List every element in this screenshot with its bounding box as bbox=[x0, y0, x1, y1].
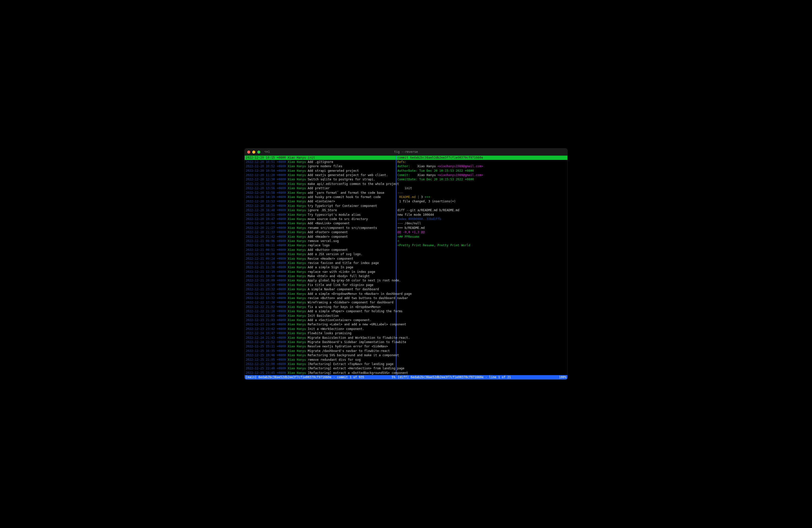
refs-line: Refs: bbox=[396, 160, 567, 164]
commit-row[interactable]: 2022-12-21 19:59 +0800 Xiao Hanyu Make <… bbox=[245, 274, 396, 279]
commit-row[interactable]: 2022-12-20 10:52 +0800 Xiao Hanyu ignore… bbox=[245, 164, 396, 169]
status-bar: [main] 6edab2bc38ae52db2ee3f7cf1e00370cf… bbox=[245, 375, 567, 380]
commit-row[interactable]: 2022-12-20 10:15 +0800 Xiao Hanyu init bbox=[245, 156, 396, 160]
commit-row[interactable]: 2022-12-20 12:30 +0800 Xiao Hanyu Switch… bbox=[245, 177, 396, 182]
commit-row[interactable]: 2022-12-20 21:33 +0800 Xiao Hanyu Add <F… bbox=[245, 230, 396, 234]
commit-row[interactable]: 2022-12-20 13:58 +0800 Xiao Hanyu add `y… bbox=[245, 191, 396, 195]
commit-row[interactable]: 2022-12-25 19:46 +0800 Xiao Hanyu Refact… bbox=[245, 353, 396, 357]
status-main-pct: 5% bbox=[392, 375, 395, 380]
traffic-lights bbox=[247, 151, 260, 154]
commit-row[interactable]: 2022-12-22 21:02 +0800 Xiao Hanyu fix a … bbox=[245, 305, 396, 309]
commit-row[interactable]: 2022-12-20 18:51 +0800 Xiao Hanyu Try ty… bbox=[245, 213, 396, 217]
commit-row[interactable]: 2022-12-20 14:19 +0800 Xiao Hanyu add hu… bbox=[245, 195, 396, 199]
add-line: +## PPResume bbox=[396, 235, 567, 239]
commit-row[interactable]: 2022-12-25 23:45 +0800 Xiao Hanyu [Refac… bbox=[245, 371, 396, 375]
status-diff-text: [diff] 6edab2bc38ae52db2ee3f7cf1e00370cf… bbox=[398, 375, 511, 380]
commit-row[interactable]: 2022-12-22 13:32 +0800 Xiao Hanyu revise… bbox=[245, 296, 396, 300]
commit-row[interactable]: 2022-12-25 22:40 +0800 Xiao Hanyu [Refac… bbox=[245, 366, 396, 371]
minimize-icon[interactable] bbox=[252, 151, 255, 154]
plus-line: +++ b/README.md bbox=[396, 226, 567, 230]
content-area: 2022-12-20 10:15 +0800 Xiao Hanyu init20… bbox=[245, 156, 567, 375]
status-right: [diff] 6edab2bc38ae52db2ee3f7cf1e00370cf… bbox=[396, 375, 567, 380]
commit-row[interactable]: 2022-12-25 21:05 +0800 Xiao Hanyu remove… bbox=[245, 358, 396, 362]
commit-row[interactable]: 2022-12-21 23:32 +0800 Xiao Hanyu A simp… bbox=[245, 287, 396, 291]
tab-hint: ⌥⌘1 bbox=[264, 150, 270, 154]
commit-list[interactable]: 2022-12-20 10:15 +0800 Xiao Hanyu init20… bbox=[245, 156, 396, 375]
commit-row[interactable]: 2022-12-22 22:02 +0800 Xiao Hanyu Init B… bbox=[245, 314, 396, 318]
commit-row[interactable]: 2022-12-21 09:24 +0800 Xiao Hanyu Revise… bbox=[245, 257, 396, 261]
commit-row[interactable]: 2022-12-20 21:42 +0800 Xiao Hanyu Add <H… bbox=[245, 235, 396, 239]
author-line: Author: Xiao Hanyu <xiaohanyu1988@gmail.… bbox=[396, 164, 567, 169]
commit-row[interactable]: 2022-12-20 18:20 +0800 Xiao Hanyu try Ty… bbox=[245, 204, 396, 208]
subject-line: init bbox=[396, 186, 567, 190]
commit-row[interactable]: 2022-12-22 17:38 +0800 Xiao Hanyu Wirefr… bbox=[245, 300, 396, 305]
commit-row[interactable]: 2022-12-20 18:48 +0800 Xiao Hanyu ignore… bbox=[245, 208, 396, 213]
blank2 bbox=[396, 204, 567, 208]
commit-row[interactable]: 2022-12-21 08:51 +0800 Xiao Hanyu Add <B… bbox=[245, 248, 396, 252]
diff-view[interactable]: commit 6edab2bc38ae52db2ee3f7cf1e00370cf… bbox=[396, 156, 567, 375]
close-icon[interactable] bbox=[247, 151, 250, 154]
window-title: tig --reverse bbox=[394, 150, 418, 154]
commit-row[interactable]: 2022-12-21 08:11 +0800 Xiao Hanyu replac… bbox=[245, 243, 396, 247]
commit-row[interactable]: 2022-12-21 11:38 +0800 Xiao Hanyu Add a … bbox=[245, 265, 396, 270]
commit-row[interactable]: 2022-12-20 20:04 +0800 Xiao Hanyu Add <N… bbox=[245, 221, 396, 226]
status-main-text: [main] 6edab2bc38ae52db2ee3f7cf1e00370cf… bbox=[246, 375, 364, 380]
commit-row[interactable]: 2022-12-25 16:35 +0800 Xiao Hanyu Migrat… bbox=[245, 349, 396, 353]
commit-row[interactable]: 2022-12-25 22:00 +0800 Xiao Hanyu [Refac… bbox=[245, 362, 396, 366]
summary-line: 1 file changed, 3 insertions(+) bbox=[396, 199, 567, 204]
commit-row[interactable]: 2022-12-20 13:39 +0800 Xiao Hanyu make a… bbox=[245, 182, 396, 186]
commit-row[interactable]: 2022-12-21 09:06 +0800 Xiao Hanyu Add a … bbox=[245, 252, 396, 256]
terminal-window: ⌥⌘1 tig --reverse 2022-12-20 10:15 +0800… bbox=[244, 148, 568, 380]
commit-row[interactable]: 2022-12-20 10:51 +0800 Xiao Hanyu Add .g… bbox=[245, 160, 396, 164]
commit-header: commit 6edab2bc38ae52db2ee3f7cf1e00370cf… bbox=[396, 156, 567, 160]
blank bbox=[396, 182, 567, 186]
status-diff-pct: 100% bbox=[559, 375, 566, 380]
commit-row[interactable]: 2022-12-21 12:19 +0800 Xiao Hanyu replac… bbox=[245, 270, 396, 274]
index-line: index 00000000..33bd1ffb bbox=[396, 217, 567, 221]
hunk-line: @@ -0,0 +1,3 @@ bbox=[396, 230, 567, 234]
commit-row[interactable]: 2022-12-21 08:06 +0800 Xiao Hanyu remove… bbox=[245, 239, 396, 243]
commit-row[interactable]: 2022-12-20 11:20 +0800 Xiao Hanyu Add ne… bbox=[245, 173, 396, 177]
newfile-line: new file mode 100644 bbox=[396, 213, 567, 217]
commit-line: Commit: Xiao Hanyu <xiaohanyu1988@gmail.… bbox=[396, 173, 567, 177]
commit-row[interactable]: 2022-12-20 19:47 +0800 Xiao Hanyu move s… bbox=[245, 217, 396, 221]
commitdate-line: CommitDate: Tue Dec 20 10:15:53 2022 +08… bbox=[396, 177, 567, 182]
commit-row[interactable]: 2022-12-20 10:54 +0800 Xiao Hanyu Add st… bbox=[245, 169, 396, 173]
zoom-icon[interactable] bbox=[257, 151, 260, 154]
filestat: README.md | 3 +++ bbox=[396, 195, 567, 199]
commit-row[interactable]: 2022-12-21 20:10 +0800 Xiao Hanyu Fix ti… bbox=[245, 283, 396, 287]
commit-row[interactable]: 2022-12-20 13:56 +0800 Xiao Hanyu Add pr… bbox=[245, 186, 396, 190]
dashes: --- bbox=[396, 191, 567, 195]
commit-row[interactable]: 2022-12-24 21:43 +0800 Xiao Hanyu Migrat… bbox=[245, 336, 396, 340]
status-left: [main] 6edab2bc38ae52db2ee3f7cf1e00370cf… bbox=[245, 375, 396, 380]
commit-row[interactable]: 2022-12-23 21:49 +0800 Xiao Hanyu Refact… bbox=[245, 322, 396, 327]
commit-row[interactable]: 2022-12-20 15:53 +0800 Xiao Hanyu Add <C… bbox=[245, 199, 396, 204]
minus-line: --- /dev/null bbox=[396, 221, 567, 226]
commit-row[interactable]: 2022-12-23 23:42 +0800 Xiao Hanyu Init a… bbox=[245, 327, 396, 331]
diff-cmd: diff --git a/README.md b/README.md bbox=[396, 208, 567, 213]
add-line: +Pretty Print Resume, Pretty Print World bbox=[396, 243, 567, 247]
commit-row[interactable]: 2022-12-20 21:27 +0800 Xiao Hanyu rename… bbox=[245, 226, 396, 230]
commit-row[interactable]: 2022-12-24 19:47 +0800 Xiao Hanyu Flowbi… bbox=[245, 331, 396, 336]
add-line: + bbox=[396, 239, 567, 243]
titlebar: ⌥⌘1 tig --reverse bbox=[245, 148, 567, 156]
authordate-line: AuthorDate: Tue Dec 20 10:15:53 2022 +08… bbox=[396, 169, 567, 173]
commit-row[interactable]: 2022-12-21 11:19 +0800 Xiao Hanyu revise… bbox=[245, 261, 396, 265]
commit-row[interactable]: 2022-12-23 21:03 +0800 Xiao Hanyu Add a … bbox=[245, 318, 396, 322]
commit-row[interactable]: 2022-12-21 20:09 +0800 Xiao Hanyu Apply … bbox=[245, 279, 396, 283]
commit-row[interactable]: 2022-12-22 12:02 +0800 Xiao Hanyu Add a … bbox=[245, 292, 396, 296]
commit-row[interactable]: 2022-12-22 21:28 +0800 Xiao Hanyu Add a … bbox=[245, 309, 396, 314]
commit-row[interactable]: 2022-12-25 15:11 +0800 Xiao Hanyu Resolv… bbox=[245, 344, 396, 348]
commit-row[interactable]: 2022-12-24 22:52 +0800 Xiao Hanyu Migrat… bbox=[245, 340, 396, 344]
